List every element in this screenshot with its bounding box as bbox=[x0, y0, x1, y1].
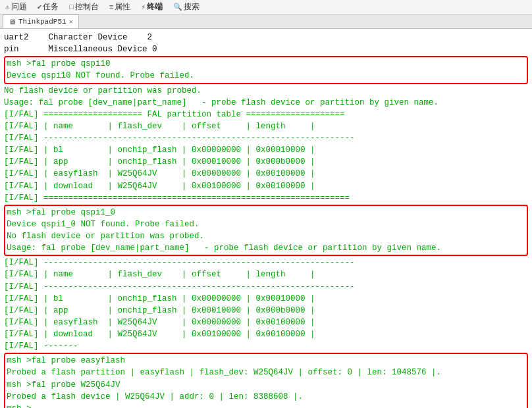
fal-table-header-1: [I/FAL] ==================== FAL partiti… bbox=[4, 109, 528, 120]
tab-label: ThinkpadP51 bbox=[18, 18, 66, 26]
probe-w25q64jv-result: Probed a flash device | W25Q64JV | addr:… bbox=[7, 391, 525, 403]
terminal-content[interactable]: uart2 Character Device 2 pin Miscellaneo… bbox=[0, 29, 532, 408]
error-box-1: msh >fal probe qspi10 Device qspi10 NOT … bbox=[4, 56, 528, 84]
fal-partial-divider: [I/FAL] ------- bbox=[4, 340, 528, 352]
terminal-tab[interactable]: 🖥 ThinkpadP51 ✕ bbox=[3, 14, 79, 28]
fal-row-app-2: [I/FAL] | app | onchip_flash | 0x0001000… bbox=[4, 305, 528, 317]
tasks-icon: ✔ bbox=[38, 3, 42, 11]
usage-line-2: Usage: fal probe [dev_name|part_name] - … bbox=[7, 242, 525, 254]
probe-easyflash-result: Probed a flash partition | easyflash | f… bbox=[7, 367, 525, 378]
menu-label-problems: 问题 bbox=[11, 1, 27, 13]
menu-label-terminal: 终端 bbox=[147, 1, 163, 13]
menu-item-tasks[interactable]: ✔ 任务 bbox=[35, 1, 62, 13]
no-flash-line-2: No flash device or partition was probed. bbox=[7, 230, 525, 242]
menu-label-tasks: 任务 bbox=[43, 1, 59, 13]
fal-row-easyflash-1: [I/FAL] | easyflash | W25Q64JV | 0x00000… bbox=[4, 168, 528, 180]
fal-row-app-1: [I/FAL] | app | onchip_flash | 0x0001000… bbox=[4, 156, 528, 168]
msh-prompt-final: msh > bbox=[7, 403, 525, 408]
problems-icon: ⚠ bbox=[5, 3, 10, 11]
device-line-pin: pin Miscellaneous Device 0 bbox=[4, 43, 528, 55]
fal-table-footer-1: [I/FAL] ================================… bbox=[4, 192, 528, 204]
fal-divider-2b: [I/FAL] --------------------------------… bbox=[4, 281, 528, 293]
properties-icon: ≡ bbox=[109, 3, 114, 11]
command-fal-probe-easyflash: msh >fal probe easyflash bbox=[7, 355, 525, 367]
menu-item-console[interactable]: □ 控制台 bbox=[66, 1, 101, 13]
fal-divider-2a: [I/FAL] --------------------------------… bbox=[4, 257, 528, 268]
console-icon: □ bbox=[69, 3, 74, 11]
menu-label-search: 搜索 bbox=[184, 1, 200, 13]
command-fal-probe-w25q64jv: msh >fal probe W25Q64JV bbox=[7, 379, 525, 391]
fal-divider-1: [I/FAL] --------------------------------… bbox=[4, 132, 528, 144]
fal-col-header-1: [I/FAL] | name | flash_dev | offset | le… bbox=[4, 120, 528, 132]
error-qspi10-notfound: Device qspi10 NOT found. Probe failed. bbox=[7, 70, 525, 82]
tab-bar: 🖥 ThinkpadP51 ✕ bbox=[0, 14, 532, 29]
menu-item-properties[interactable]: ≡ 属性 bbox=[107, 1, 134, 13]
fal-row-bl-2: [I/FAL] | bl | onchip_flash | 0x00000000… bbox=[4, 293, 528, 305]
menu-item-terminal[interactable]: ⚡ 终端 bbox=[138, 1, 165, 13]
command-fal-probe-qspi10: msh >fal probe qspi10 bbox=[7, 58, 525, 70]
error-qspi1-0-notfound: Device qspi1_0 NOT found. Probe failed. bbox=[7, 218, 525, 230]
menu-item-problems[interactable]: ⚠ 问题 bbox=[3, 1, 30, 13]
error-box-2: msh >fal probe qspi1_0 Device qspi1_0 NO… bbox=[4, 205, 528, 257]
tab-close-button[interactable]: ✕ bbox=[69, 18, 73, 26]
device-line-uart: uart2 Character Device 2 bbox=[4, 32, 528, 43]
menu-label-console: 控制台 bbox=[75, 1, 99, 13]
fal-row-bl-1: [I/FAL] | bl | onchip_flash | 0x00000000… bbox=[4, 144, 528, 156]
tab-monitor-icon: 🖥 bbox=[9, 18, 16, 26]
terminal-icon: ⚡ bbox=[141, 3, 146, 11]
search-icon: 🔍 bbox=[173, 3, 182, 11]
menu-bar: ⚠ 问题 ✔ 任务 □ 控制台 ≡ 属性 ⚡ 终端 🔍 搜索 bbox=[0, 0, 532, 14]
fal-row-download-2: [I/FAL] | download | W25Q64JV | 0x001000… bbox=[4, 328, 528, 340]
menu-item-search[interactable]: 🔍 搜索 bbox=[171, 1, 202, 13]
no-flash-line-1: No flash device or partition was probed. bbox=[4, 85, 528, 97]
usage-line-1: Usage: fal probe [dev_name|part_name] - … bbox=[4, 97, 528, 109]
success-box-3: msh >fal probe easyflash Probed a flash … bbox=[4, 353, 528, 408]
fal-row-easyflash-2: [I/FAL] | easyflash | W25Q64JV | 0x00000… bbox=[4, 317, 528, 328]
fal-col-header-2: [I/FAL] | name | flash_dev | offset | le… bbox=[4, 268, 528, 280]
menu-label-properties: 属性 bbox=[115, 1, 130, 13]
command-fal-probe-qspi1-0: msh >fal probe qspi1_0 bbox=[7, 207, 525, 218]
fal-row-download-1: [I/FAL] | download | W25Q64JV | 0x001000… bbox=[4, 180, 528, 192]
